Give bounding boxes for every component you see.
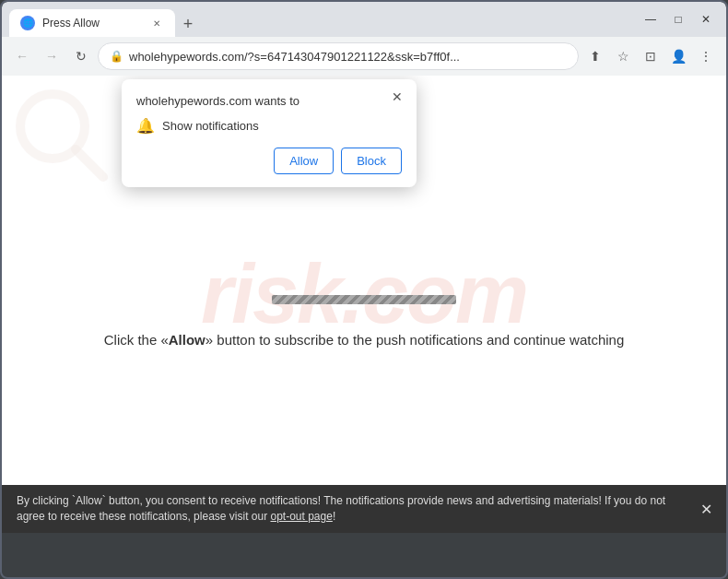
bottom-bar-suffix: !	[333, 510, 335, 523]
notification-popup: ✕ wholehypewords.com wants to 🔔 Show not…	[122, 79, 417, 187]
tab-area: 🌐 Press Allow ✕ +	[9, 2, 634, 37]
title-bar: 🌐 Press Allow ✕ + — □ ✕	[2, 2, 726, 37]
opt-out-link[interactable]: opt-out page	[270, 510, 332, 523]
forward-button[interactable]: →	[39, 43, 65, 69]
svg-line-1	[76, 149, 103, 177]
bottom-bar-close-button[interactable]: ✕	[695, 498, 717, 520]
loading-bar-container	[272, 295, 456, 304]
bell-icon: 🔔	[136, 117, 155, 135]
profile-button[interactable]: 👤	[665, 43, 691, 69]
maximize-button[interactable]: □	[665, 6, 691, 32]
refresh-button[interactable]: ↻	[68, 43, 94, 69]
back-button[interactable]: ←	[9, 43, 35, 69]
tab-close-button[interactable]: ✕	[149, 16, 164, 30]
tab-favicon: 🌐	[20, 16, 35, 30]
popup-buttons: Allow Block	[136, 148, 402, 174]
address-bar-row: ← → ↻ 🔒 wholehypewords.com/?s=6471430479…	[2, 37, 726, 76]
popup-notification-row: 🔔 Show notifications	[136, 117, 402, 135]
sidebar-button[interactable]: ⊡	[638, 43, 663, 69]
magnifier-watermark	[11, 85, 112, 190]
browser-content: risk.com ✕ wholehypewords.com wants to 🔔…	[2, 76, 726, 533]
allow-button[interactable]: Allow	[274, 148, 334, 174]
active-tab[interactable]: 🌐 Press Allow ✕	[9, 9, 175, 37]
toolbar-icons: ⬆ ☆ ⊡ 👤 ⋮	[582, 43, 719, 69]
allow-highlight: Allow	[169, 332, 205, 348]
popup-title: wholehypewords.com wants to	[136, 94, 402, 108]
address-text: wholehypewords.com/?s=647143047901221122…	[129, 50, 567, 64]
minimize-button[interactable]: —	[638, 6, 663, 32]
close-button[interactable]: ✕	[693, 6, 719, 32]
window-controls: — □ ✕	[638, 6, 719, 32]
bookmark-button[interactable]: ☆	[610, 43, 636, 69]
new-tab-button[interactable]: +	[175, 11, 201, 37]
bottom-bar-text: By clicking `Allow` button, you consent …	[17, 493, 689, 525]
lock-icon: 🔒	[110, 50, 123, 63]
block-button[interactable]: Block	[341, 148, 402, 174]
bottom-notification-bar: By clicking `Allow` button, you consent …	[2, 485, 726, 533]
popup-notification-text: Show notifications	[162, 119, 259, 133]
loading-bar	[272, 295, 456, 304]
page-instruction-text: Click the «Allow» button to subscribe to…	[104, 332, 625, 348]
instruction-static: Click the «Allow» button to subscribe to…	[104, 332, 625, 348]
bottom-bar-main-text: By clicking `Allow` button, you consent …	[17, 494, 665, 523]
popup-close-button[interactable]: ✕	[387, 87, 407, 107]
menu-button[interactable]: ⋮	[693, 43, 719, 69]
share-button[interactable]: ⬆	[582, 43, 608, 69]
address-bar[interactable]: 🔒 wholehypewords.com/?s=6471430479012211…	[98, 42, 579, 70]
tab-title: Press Allow	[42, 17, 142, 30]
